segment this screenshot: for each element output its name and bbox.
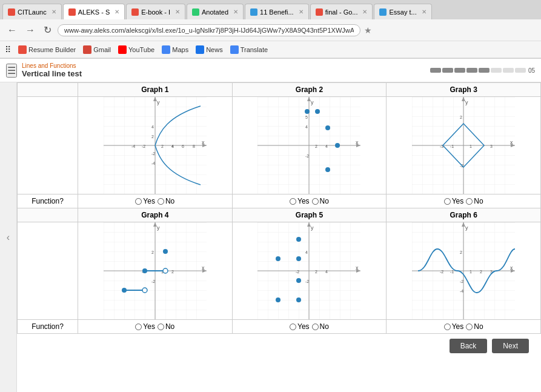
refresh-button[interactable]: ↻ — [41, 23, 54, 37]
graph1-yes-option[interactable]: Yes — [135, 197, 155, 205]
graph5-no-option[interactable]: No — [312, 322, 329, 331]
sidebar-toggle[interactable]: ‹ — [0, 82, 17, 392]
forward-button[interactable]: → — [23, 24, 38, 37]
svg-text:-2: -2 — [460, 279, 463, 284]
svg-point-29 — [315, 109, 320, 114]
tab-essay-close[interactable]: ✕ — [422, 8, 426, 15]
graph6-svg: y x 2 -2 -4 1 2 3 -1 -2 — [412, 222, 515, 319]
graph5-yes-radio[interactable] — [290, 324, 296, 330]
breadcrumb-top: Lines and Functions — [22, 62, 82, 69]
tab-essay[interactable]: Essay t... ✕ — [374, 4, 431, 19]
hamburger-menu[interactable]: ☰ — [6, 64, 17, 78]
tab-annotated-label: Anotated — [202, 8, 228, 16]
bookmark-gmail-label: Gmail — [93, 46, 111, 53]
breadcrumb: Lines and Functions Vertical line test — [22, 62, 82, 78]
svg-point-31 — [335, 143, 340, 148]
bookmark-maps[interactable]: Maps — [162, 45, 188, 54]
svg-text:2: 2 — [171, 270, 174, 274]
graph4-no-radio[interactable] — [158, 324, 164, 330]
svg-text:-2: -2 — [305, 279, 309, 284]
svg-point-81 — [296, 297, 301, 302]
progress-seg-1 — [430, 68, 441, 73]
tab-final[interactable]: final - Go... ✕ — [310, 4, 373, 19]
tab-final-close[interactable]: ✕ — [362, 8, 367, 15]
address-bar[interactable] — [58, 24, 360, 36]
svg-text:1: 1 — [470, 144, 472, 148]
svg-text:y: y — [311, 225, 314, 231]
graph3-no-radio[interactable] — [466, 198, 473, 205]
bookmark-star[interactable]: ★ — [364, 25, 372, 35]
resume-icon — [18, 45, 27, 54]
bookmark-news[interactable]: News — [196, 45, 223, 54]
tab-essay-label: Essay t... — [389, 8, 416, 16]
tab-citlaunch-close[interactable]: ✕ — [51, 8, 56, 15]
graph5-yes-option[interactable]: Yes — [290, 322, 310, 331]
graph1-yes-radio[interactable] — [135, 198, 142, 205]
graph3-cell: y x 2 -2 1 -1 -3 3 — [387, 97, 541, 194]
graph4-yes-radio[interactable] — [135, 324, 142, 330]
tab-ebook-close[interactable]: ✕ — [175, 8, 180, 15]
back-nav-button[interactable]: Back — [450, 339, 488, 353]
tab-citlaunch[interactable]: CITLaunc ✕ — [2, 4, 62, 19]
svg-point-60 — [122, 288, 127, 293]
svg-text:8: 8 — [193, 144, 195, 148]
progress-seg-6 — [491, 68, 502, 73]
bookmark-translate[interactable]: Translate — [230, 45, 268, 54]
svg-text:1: 1 — [470, 270, 472, 274]
svg-text:2: 2 — [460, 250, 462, 254]
next-nav-button[interactable]: Next — [492, 339, 529, 353]
graph4-no-option[interactable]: No — [158, 322, 174, 331]
svg-text:-4: -4 — [151, 161, 155, 165]
graph3-yes-option[interactable]: Yes — [444, 197, 464, 205]
main-content: ☰ Lines and Functions Vertical line test… — [0, 59, 541, 392]
graph6-no-option[interactable]: No — [466, 322, 483, 331]
graph2-yes-radio[interactable] — [290, 198, 296, 205]
graph6-yes-radio[interactable] — [444, 324, 451, 330]
graph3-header: Graph 3 — [387, 83, 541, 97]
svg-text:2: 2 — [460, 115, 462, 119]
graph2-no-option[interactable]: No — [312, 197, 329, 205]
svg-text:y: y — [157, 225, 160, 231]
svg-text:5: 5 — [305, 115, 308, 119]
svg-text:4: 4 — [171, 144, 174, 148]
graph3-no-option[interactable]: No — [466, 197, 483, 205]
empty-label-top — [18, 97, 78, 194]
graph2-no-radio[interactable] — [312, 198, 319, 205]
tab-benefits[interactable]: 11 Benefi... ✕ — [245, 4, 309, 19]
graph1-no-radio[interactable] — [158, 198, 164, 205]
back-button[interactable]: ← — [5, 24, 19, 37]
graph1-no-option[interactable]: No — [158, 197, 174, 205]
graph2-radio-cell: Yes No — [232, 194, 387, 208]
bookmark-gmail[interactable]: Gmail — [83, 45, 111, 54]
graph4-yes-option[interactable]: Yes — [135, 322, 155, 331]
bookmark-apps[interactable]: ⠿ — [5, 45, 11, 55]
tab-benefits-close[interactable]: ✕ — [299, 8, 304, 15]
graph5-radio-cell: Yes No — [232, 320, 387, 334]
svg-point-64 — [163, 268, 168, 273]
graph6-yes-option[interactable]: Yes — [444, 322, 464, 331]
progress-seg-3 — [454, 68, 465, 73]
bookmark-youtube[interactable]: YouTube — [118, 45, 154, 54]
graph2-container: y x 5 4 -2 2 4 — [257, 97, 360, 194]
graph5-no-radio[interactable] — [312, 324, 319, 330]
svg-text:-2: -2 — [440, 270, 443, 274]
graph4-svg: y x 2 -2 1 2 -1 — [104, 222, 207, 319]
bookmark-resume[interactable]: Resume Builder — [18, 45, 76, 54]
svg-text:4: 4 — [305, 250, 308, 254]
tab-annotated-close[interactable]: ✕ — [233, 8, 238, 15]
tab-aleks-close[interactable]: ✕ — [115, 8, 119, 15]
graph2-svg: y x 5 4 -2 2 4 — [257, 97, 360, 194]
tab-aleks[interactable]: ALEKS - S ✕ — [63, 4, 125, 19]
breadcrumb-bottom: Vertical line test — [22, 69, 82, 78]
graph2-yes-option[interactable]: Yes — [290, 197, 310, 205]
progress-seg-5 — [479, 68, 490, 73]
graph3-yes-radio[interactable] — [444, 198, 451, 205]
bottom-graphs-row: y x 2 -2 1 2 -1 — [18, 222, 541, 320]
tab-ebook[interactable]: E-book - I ✕ — [126, 4, 185, 19]
svg-text:y: y — [157, 99, 160, 105]
youtube-icon — [118, 45, 127, 54]
tab-annotated[interactable]: Anotated ✕ — [187, 4, 244, 19]
graph6-no-radio[interactable] — [466, 324, 473, 330]
graph1-radio-cell: Yes No — [78, 194, 233, 208]
news-icon — [196, 45, 204, 54]
